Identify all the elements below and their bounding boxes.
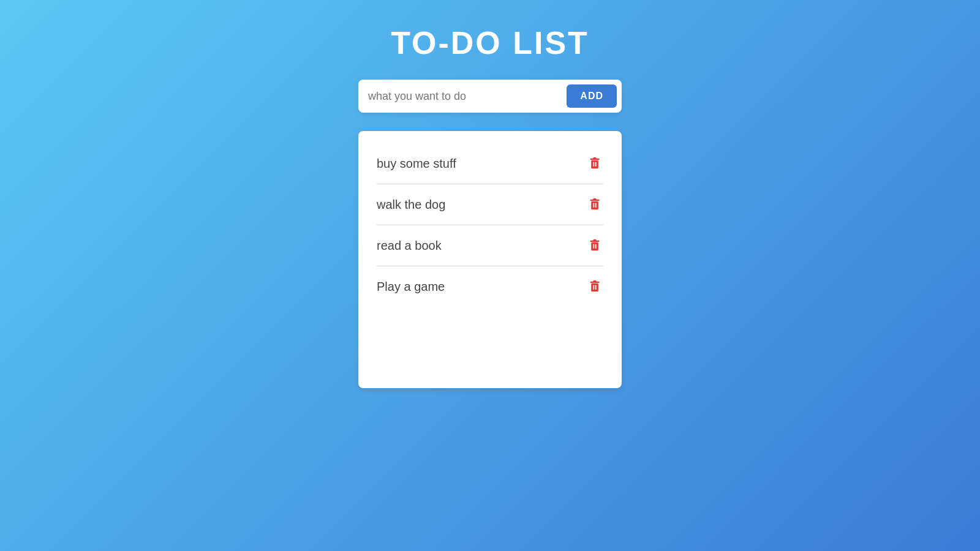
trash-icon bbox=[589, 198, 601, 211]
delete-button[interactable] bbox=[586, 277, 603, 296]
trash-icon bbox=[589, 239, 601, 252]
todo-item-text: Play a game bbox=[377, 280, 445, 294]
svg-rect-2 bbox=[591, 160, 598, 168]
todo-item-text: buy some stuff bbox=[377, 157, 456, 171]
svg-rect-4 bbox=[595, 162, 597, 167]
todo-item: read a book bbox=[377, 225, 603, 266]
delete-button[interactable] bbox=[586, 154, 603, 173]
svg-rect-11 bbox=[594, 239, 597, 241]
todo-item-text: read a book bbox=[377, 239, 442, 253]
task-input[interactable] bbox=[368, 90, 567, 103]
svg-rect-3 bbox=[594, 162, 595, 167]
svg-rect-13 bbox=[594, 244, 595, 249]
app-title: TO-DO LIST bbox=[391, 24, 589, 61]
input-container: ADD bbox=[358, 80, 622, 113]
todo-item: Play a game bbox=[377, 266, 603, 307]
delete-button[interactable] bbox=[586, 236, 603, 255]
svg-rect-19 bbox=[595, 285, 597, 290]
svg-rect-17 bbox=[591, 283, 598, 291]
trash-icon bbox=[589, 280, 601, 293]
svg-rect-7 bbox=[591, 201, 598, 209]
svg-rect-16 bbox=[594, 280, 597, 282]
svg-rect-14 bbox=[595, 244, 597, 249]
trash-icon bbox=[589, 157, 601, 170]
todo-item: walk the dog bbox=[377, 184, 603, 225]
svg-rect-12 bbox=[591, 242, 598, 250]
svg-rect-1 bbox=[594, 157, 597, 159]
todo-item: buy some stuff bbox=[377, 143, 603, 184]
add-button[interactable]: ADD bbox=[567, 84, 617, 108]
svg-rect-9 bbox=[595, 203, 597, 208]
svg-rect-6 bbox=[594, 198, 597, 200]
svg-rect-8 bbox=[594, 203, 595, 208]
svg-rect-18 bbox=[594, 285, 595, 290]
delete-button[interactable] bbox=[586, 195, 603, 214]
todo-list-container: buy some stuff walk the dog bbox=[358, 131, 622, 388]
todo-item-text: walk the dog bbox=[377, 198, 445, 212]
